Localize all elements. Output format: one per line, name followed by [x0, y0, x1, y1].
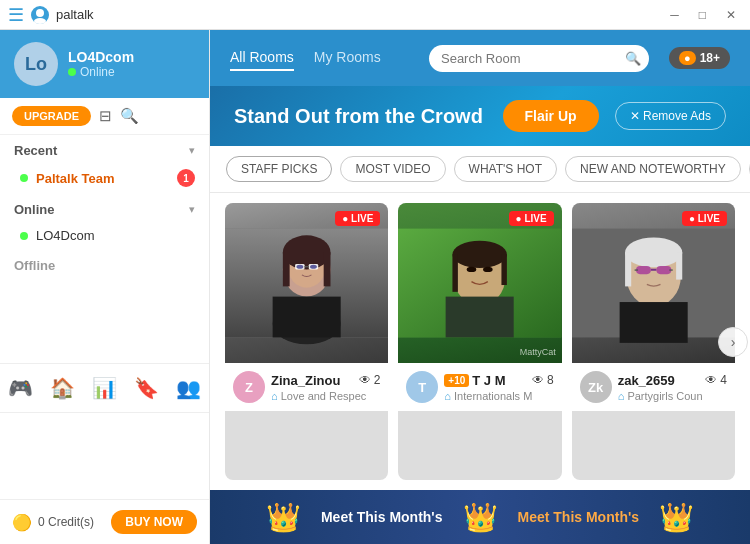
svg-rect-31	[676, 252, 682, 279]
titlebar: ☰ paltalk ─ □ ✕	[0, 0, 750, 30]
svg-rect-8	[283, 252, 290, 286]
filter-whats-hot[interactable]: WHAT'S HOT	[454, 156, 557, 182]
live-badge-2: ● LIVE	[509, 211, 554, 226]
rooms-grid: ● LIVE Z Zina_Zinou 👁 2	[210, 193, 750, 490]
room-thumbnail-3: ● LIVE	[572, 203, 735, 363]
paltalk-team-badge: 1	[177, 169, 195, 187]
credits-info: 🟡 0 Credit(s)	[12, 513, 94, 532]
upgrade-button[interactable]: UPGRADE	[12, 106, 91, 126]
live-badge-3: ● LIVE	[682, 211, 727, 226]
home-icon-1: ⌂	[271, 390, 278, 402]
watermark-2: MattyCat	[520, 347, 556, 357]
online-chevron-icon: ▾	[189, 203, 195, 216]
room-card-2[interactable]: MattyCat ● LIVE T +10 T J M	[398, 203, 561, 480]
search-submit-icon[interactable]: 🔍	[625, 51, 641, 66]
flair-up-button[interactable]: Flair Up	[503, 100, 599, 132]
next-page-button[interactable]: ›	[718, 327, 748, 357]
sidebar-item-lo4dcom[interactable]: LO4Dcom	[0, 221, 209, 250]
room-username-3: zak_2659	[618, 373, 675, 388]
window-controls: ─ □ ✕	[664, 6, 742, 24]
svg-point-14	[310, 265, 317, 269]
room-info-1: Z Zina_Zinou 👁 2 ⌂ Love	[225, 363, 388, 411]
sidebar-username: LO4Dcom	[68, 49, 195, 65]
tab-all-rooms[interactable]: All Rooms	[230, 45, 294, 71]
room-details-3: zak_2659 👁 4 ⌂ Partygirls Coun	[618, 373, 727, 402]
home-icon-2: ⌂	[444, 390, 451, 402]
svg-rect-34	[651, 269, 656, 271]
room-card-1[interactable]: ● LIVE Z Zina_Zinou 👁 2	[225, 203, 388, 480]
main-content: All Rooms My Rooms 🔍 ● 18+ Stand Out fro…	[210, 30, 750, 544]
sidebar: Lo LO4Dcom Online UPGRADE ⊟ 🔍 Recent ▾ P	[0, 30, 210, 544]
viewers-count-2: 👁 8	[532, 373, 554, 387]
viewers-count-3: 👁 4	[705, 373, 727, 387]
filter-icon[interactable]: ⊟	[99, 107, 112, 125]
recent-label: Recent	[14, 143, 57, 158]
hamburger-icon[interactable]: ☰	[8, 4, 24, 26]
tab-my-rooms[interactable]: My Rooms	[314, 45, 381, 71]
filter-tabs: STAFF PICKS MOST VIDEO WHAT'S HOT NEW AN…	[210, 146, 750, 193]
plus-badge-2: +10	[444, 374, 469, 387]
svg-rect-22	[502, 254, 507, 285]
svg-rect-16	[273, 297, 341, 338]
eye-icon-1: 👁	[359, 373, 371, 387]
minimize-button[interactable]: ─	[664, 6, 685, 24]
online-section-header[interactable]: Online ▾	[0, 194, 209, 221]
sidebar-item-paltalk-team[interactable]: Paltalk Team 1	[0, 162, 209, 194]
buy-now-button[interactable]: BUY NOW	[111, 510, 197, 534]
close-button[interactable]: ✕	[720, 6, 742, 24]
room-thumbnail-2: MattyCat ● LIVE	[398, 203, 561, 363]
room-avatar-1: Z	[233, 371, 265, 403]
nav-stats-icon[interactable]: 📊	[84, 372, 125, 404]
room-avatar-2: T	[406, 371, 438, 403]
svg-point-20	[453, 241, 507, 268]
paltalk-logo-icon	[30, 5, 50, 25]
paltalk-team-label: Paltalk Team	[36, 171, 169, 186]
room-card-3[interactable]: ● LIVE Zk zak_2659 👁 4	[572, 203, 735, 480]
age-toggle[interactable]: ● 18+	[669, 47, 730, 69]
nav-bookmark-icon[interactable]: 🔖	[126, 372, 167, 404]
eye-icon-3: 👁	[705, 373, 717, 387]
promo-banner: Stand Out from the Crowd Flair Up ✕ Remo…	[210, 86, 750, 146]
svg-point-7	[283, 235, 331, 269]
svg-point-2	[34, 18, 46, 24]
credits-label: 0 Credit(s)	[38, 515, 94, 529]
recent-chevron-icon: ▾	[189, 144, 195, 157]
crown-icon-2: 👑	[463, 501, 498, 534]
search-icon[interactable]: 🔍	[120, 107, 139, 125]
live-badge-1: ● LIVE	[335, 211, 380, 226]
svg-point-29	[625, 237, 682, 267]
banner-text: Stand Out from the Crowd	[234, 105, 487, 128]
offline-section-header[interactable]: Offline	[0, 250, 209, 277]
user-info: LO4Dcom Online	[68, 49, 195, 79]
offline-label: Offline	[14, 258, 55, 273]
maximize-button[interactable]: □	[693, 6, 712, 24]
home-icon-3: ⌂	[618, 390, 625, 402]
nav-home-icon[interactable]: 🏠	[42, 372, 83, 404]
svg-rect-30	[625, 252, 631, 286]
room-avatar-3: Zk	[580, 371, 612, 403]
svg-point-1	[36, 9, 44, 17]
filter-new-noteworthy[interactable]: NEW AND NOTEWORTHY	[565, 156, 741, 182]
nav-games-icon[interactable]: 🎮	[0, 372, 41, 404]
svg-point-13	[296, 265, 303, 269]
bottom-promo-text: Meet This Month's	[321, 509, 443, 525]
room-desc-1: ⌂ Love and Respec	[271, 390, 380, 402]
toggle-pill: ●	[679, 51, 696, 65]
crown-icon-1: 👑	[266, 501, 301, 534]
room-details-2: +10 T J M 👁 8 ⌂ Internationals M	[444, 373, 553, 402]
svg-rect-37	[619, 302, 687, 343]
search-room-input[interactable]	[429, 45, 649, 72]
svg-rect-35	[634, 269, 637, 270]
nav-users-icon[interactable]: 👥	[168, 372, 209, 404]
remove-ads-button[interactable]: ✕ Remove Ads	[615, 102, 726, 130]
eye-icon-2: 👁	[532, 373, 544, 387]
svg-rect-21	[453, 254, 458, 291]
bottom-promo-banner: 👑 Meet This Month's 👑 Meet This Month's …	[210, 490, 750, 544]
filter-most-video[interactable]: MOST VIDEO	[340, 156, 445, 182]
room-thumbnail-1: ● LIVE	[225, 203, 388, 363]
room-desc-2: ⌂ Internationals M	[444, 390, 553, 402]
filter-staff-picks[interactable]: STAFF PICKS	[226, 156, 332, 182]
recent-section-header[interactable]: Recent ▾	[0, 135, 209, 162]
crown-icon-3: 👑	[659, 501, 694, 534]
lo4dcom-label: LO4Dcom	[36, 228, 195, 243]
